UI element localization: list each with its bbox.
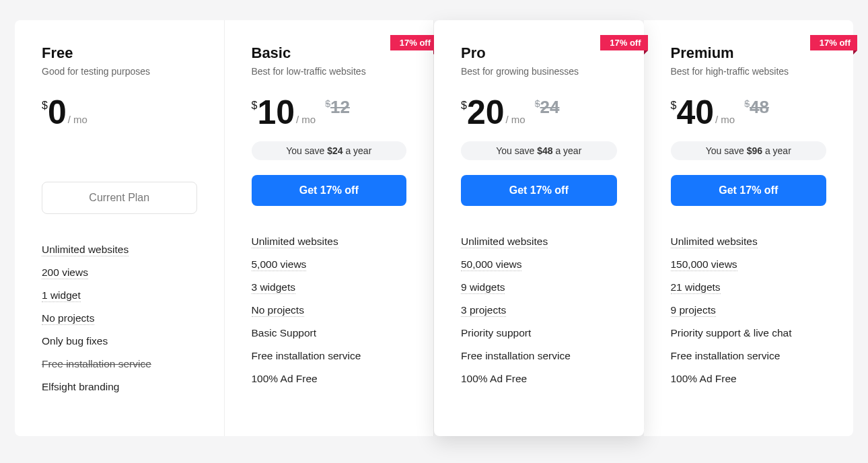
feature-item: 50,000 views: [461, 258, 617, 271]
get-discount-button[interactable]: Get 17% off: [461, 175, 617, 206]
feature-text: Only bug fixes: [42, 335, 108, 347]
feature-item: Priority support: [461, 327, 617, 339]
savings-pill: You save $96 a year: [671, 141, 827, 160]
feature-item: Basic Support: [252, 327, 407, 339]
feature-item: Unlimited websites: [42, 244, 197, 256]
plan-card-basic: 17% offBasicBest for low-traffic website…: [225, 20, 435, 436]
feature-text: Free installation service: [42, 358, 151, 369]
feature-item: 3 projects: [461, 304, 617, 316]
discount-ribbon: 17% off: [390, 35, 437, 50]
price-amount: 0: [48, 96, 67, 129]
savings-suffix: a year: [343, 145, 372, 156]
feature-text: Basic Support: [252, 327, 317, 339]
get-discount-button[interactable]: Get 17% off: [252, 175, 407, 206]
discount-ribbon: 17% off: [810, 35, 857, 50]
feature-list: Unlimited websites200 views1 widgetNo pr…: [42, 244, 197, 393]
feature-text: Priority support & live chat: [671, 327, 792, 339]
feature-item: Unlimited websites: [671, 236, 827, 248]
feature-item: No projects: [252, 304, 407, 316]
savings-amount: $48: [537, 145, 552, 156]
feature-text: 50,000 views: [461, 258, 521, 271]
feature-item: 9 widgets: [461, 281, 617, 293]
feature-text: Priority support: [461, 327, 531, 339]
plan-name: Pro: [461, 44, 617, 62]
savings-prefix: You save: [496, 145, 537, 156]
feature-item: Free installation service: [42, 358, 197, 370]
feature-text: Unlimited websites: [461, 236, 548, 248]
get-discount-button[interactable]: Get 17% off: [671, 175, 827, 206]
plan-name: Premium: [671, 44, 827, 62]
price-amount: 40: [676, 96, 714, 129]
feature-text: 200 views: [42, 266, 88, 279]
feature-text: Unlimited websites: [252, 236, 338, 248]
savings-prefix: You save: [706, 145, 747, 156]
old-price: $24: [535, 97, 560, 118]
feature-text: 9 projects: [671, 304, 716, 317]
feature-item: Only bug fixes: [42, 335, 197, 347]
plan-description: Best for growing businesses: [461, 66, 617, 77]
plan-description: Best for low-traffic websites: [252, 66, 407, 77]
currency-symbol: $: [671, 100, 677, 112]
feature-item: Unlimited websites: [461, 236, 617, 248]
price-row: $40/ mo$48: [671, 96, 827, 129]
old-price: $12: [325, 97, 350, 118]
feature-item: 100% Ad Free: [252, 373, 407, 385]
feature-item: 21 widgets: [671, 281, 827, 293]
feature-text: 3 widgets: [252, 281, 295, 294]
feature-text: 9 widgets: [461, 281, 505, 294]
currency-symbol: $: [744, 98, 750, 109]
discount-ribbon: 17% off: [600, 35, 647, 50]
pricing-grid: FreeGood for testing purposes$0/ moCurre…: [15, 20, 853, 436]
feature-list: Unlimited websites150,000 views21 widget…: [671, 236, 827, 385]
feature-item: Unlimited websites: [252, 236, 407, 248]
feature-text: 100% Ad Free: [461, 373, 527, 384]
plan-description: Good for testing purposes: [42, 66, 197, 77]
feature-item: 9 projects: [671, 304, 827, 316]
feature-text: 3 projects: [461, 304, 506, 317]
feature-item: Free installation service: [461, 350, 617, 362]
feature-text: Free installation service: [671, 350, 781, 361]
feature-item: 100% Ad Free: [461, 373, 617, 385]
plan-name: Basic: [252, 44, 407, 62]
feature-item: 3 widgets: [252, 281, 407, 293]
feature-item: Priority support & live chat: [671, 327, 827, 339]
feature-item: Free installation service: [671, 350, 827, 362]
savings-suffix: a year: [553, 145, 582, 156]
plan-card-premium: 17% offPremiumBest for high-traffic webs…: [644, 20, 854, 436]
feature-text: No projects: [42, 312, 94, 325]
old-price: $48: [744, 97, 769, 118]
feature-text: 5,000 views: [252, 258, 307, 271]
feature-text: Unlimited websites: [42, 244, 129, 256]
plan-card-pro: 17% offProBest for growing businesses$20…: [434, 20, 644, 436]
price-period: / mo: [715, 114, 735, 125]
old-price-amount: 48: [750, 97, 769, 118]
price-row: $10/ mo$12: [252, 96, 407, 129]
price-period: / mo: [68, 114, 87, 125]
current-plan-button[interactable]: Current Plan: [42, 182, 197, 214]
plan-card-free: FreeGood for testing purposes$0/ moCurre…: [15, 20, 225, 436]
price-row: $0/ mo: [42, 96, 197, 129]
feature-list: Unlimited websites5,000 views3 widgetsNo…: [252, 236, 407, 385]
currency-symbol: $: [461, 100, 467, 112]
price-period: / mo: [296, 114, 316, 125]
savings-prefix: You save: [286, 145, 327, 156]
old-price-amount: 12: [330, 97, 350, 118]
feature-item: Free installation service: [252, 350, 407, 362]
feature-item: No projects: [42, 312, 197, 324]
feature-text: 100% Ad Free: [671, 373, 737, 384]
price-period: / mo: [506, 114, 526, 125]
feature-item: Elfsight branding: [42, 381, 197, 393]
currency-symbol: $: [325, 98, 330, 109]
savings-suffix: a year: [762, 145, 791, 156]
feature-text: Free installation service: [252, 350, 361, 361]
old-price-amount: 24: [540, 97, 560, 118]
feature-text: Free installation service: [461, 350, 571, 361]
price-amount: 10: [257, 96, 295, 129]
feature-item: 5,000 views: [252, 258, 407, 271]
feature-text: 150,000 views: [671, 258, 737, 271]
feature-item: 1 widget: [42, 289, 197, 301]
feature-text: 100% Ad Free: [252, 373, 318, 384]
feature-text: Elfsight branding: [42, 381, 119, 392]
currency-symbol: $: [535, 98, 540, 109]
feature-item: 150,000 views: [671, 258, 827, 271]
